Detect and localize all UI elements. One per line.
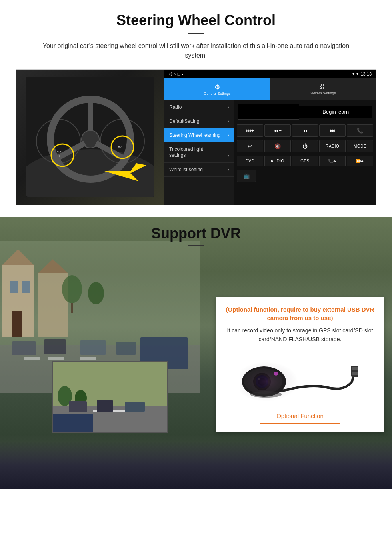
svg-rect-33	[116, 342, 136, 355]
menu-item-steering-learning[interactable]: Steering Wheel learning ›	[164, 128, 234, 142]
svg-rect-44	[125, 402, 145, 412]
ctrl-buttons-row1: ⏮+ ⏮− ⏮ ⏭ 📞	[234, 123, 376, 138]
svg-rect-47	[352, 367, 358, 370]
svg-point-57	[240, 362, 298, 402]
optional-function-button[interactable]: Optional Function	[260, 408, 340, 424]
dvr-camera-svg	[240, 350, 360, 402]
ctrl-buttons-row2: ↩ 🔇 ⏻ RADIO MODE	[234, 138, 376, 154]
dvr-optional-text: (Optional function, require to buy exter…	[225, 305, 375, 322]
menu-tricoloured-label: Tricoloured light	[169, 146, 203, 152]
svg-text:≡☆: ≡☆	[118, 145, 123, 149]
nav-home-icon: ○	[173, 72, 176, 76]
menu-whitelist-label: Whitelist setting	[169, 167, 203, 172]
dvr-title-area: Support DVR	[0, 217, 392, 246]
settings-icon: ⚙	[214, 83, 220, 91]
menu-item-radio[interactable]: Radio ›	[164, 100, 234, 114]
svg-rect-48	[352, 372, 358, 375]
dvr-camera-image	[240, 350, 360, 402]
dvr-background: Support DVR	[0, 217, 392, 489]
menu-radio-label: Radio	[169, 104, 182, 110]
title-divider	[188, 33, 204, 34]
svg-rect-20	[12, 311, 22, 337]
dvr-divider	[188, 245, 204, 246]
svg-text:↑: ↑	[58, 154, 60, 158]
menu-item-whitelist[interactable]: Whitelist setting ›	[164, 163, 234, 177]
ctrl-row4: 📺	[234, 168, 376, 184]
begin-learn-row: Begin learn	[234, 100, 376, 123]
steering-demo-container: + − ↑ ≡☆ ◁ ○ □ ▪ ▾ ▾ 13:13	[16, 69, 376, 205]
wifi-icon: ▾	[356, 71, 359, 76]
svg-rect-28	[48, 357, 64, 360]
android-panel: ◁ ○ □ ▪ ▾ ▾ 13:13 ⚙ General Settings ⛓ S…	[164, 70, 376, 205]
begin-learn-empty-box	[238, 104, 299, 120]
menu-right-panel: Begin learn ⏮+ ⏮− ⏮ ⏭ 📞 ↩ 🔇 ⏻	[234, 100, 376, 205]
ctrl-audio[interactable]: AUDIO	[264, 156, 291, 166]
steering-wheel-svg: + − ↑ ≡☆	[26, 77, 154, 197]
android-statusbar: ◁ ○ □ ▪ ▾ ▾ 13:13	[164, 70, 376, 78]
ctrl-vol-up[interactable]: ⏮+	[237, 124, 263, 137]
menu-steering-label: Steering Wheel learning	[169, 132, 220, 138]
dvr-screen-preview	[52, 361, 168, 433]
dvr-preview-svg	[53, 362, 168, 433]
svg-rect-43	[97, 400, 113, 412]
nav-recent-icon: □	[178, 72, 180, 76]
svg-rect-32	[80, 340, 106, 355]
begin-learn-button[interactable]: Begin learn	[299, 106, 373, 118]
svg-text:+ −: + −	[57, 150, 62, 153]
svg-point-1	[26, 149, 154, 197]
ctrl-mode[interactable]: MODE	[347, 140, 373, 152]
svg-rect-30	[12, 341, 36, 355]
menu-radio-arrow: ›	[228, 104, 229, 110]
android-content: Radio › DefaultSetting › Steering Wheel …	[164, 100, 376, 205]
steering-subtitle: Your original car’s steering wheel contr…	[32, 41, 360, 60]
ctrl-extra[interactable]: 📺	[237, 170, 256, 182]
ctrl-back[interactable]: ↩	[237, 140, 263, 152]
menu-item-tricoloured[interactable]: Tricoloured light settings ›	[164, 142, 234, 163]
menu-tricoloured-arrow: ›	[228, 153, 229, 158]
svg-rect-19	[22, 281, 30, 293]
signal-icon: ▾	[352, 71, 355, 76]
nav-menu-icon: ▪	[182, 72, 183, 76]
svg-rect-29	[80, 357, 96, 360]
steering-title: Steering Wheel Control	[16, 12, 376, 29]
dash-overlay	[0, 441, 392, 489]
svg-rect-31	[44, 339, 66, 354]
ctrl-prev-next[interactable]: ⏪⏭	[347, 156, 373, 166]
dvr-section: Support DVR	[0, 205, 392, 489]
menu-default-label: DefaultSetting	[169, 118, 199, 124]
tab-system-label: System Settings	[310, 91, 336, 95]
steering-photo: + − ↑ ≡☆	[16, 70, 164, 205]
menu-steering-arrow: ›	[228, 132, 229, 138]
tab-system-settings[interactable]: ⛓ System Settings	[270, 78, 376, 100]
steering-section: Steering Wheel Control Your original car…	[0, 0, 392, 205]
ctrl-buttons-row3: DVD AUDIO GPS 📞⏮ ⏪⏭	[234, 154, 376, 168]
svg-point-23	[62, 275, 82, 303]
status-time: 13:13	[360, 72, 372, 76]
ctrl-dvd[interactable]: DVD	[237, 156, 263, 166]
ctrl-gps[interactable]: GPS	[292, 156, 318, 166]
ctrl-next[interactable]: ⏭	[319, 124, 346, 137]
menu-default-arrow: ›	[228, 118, 229, 124]
tab-general-label: General Settings	[204, 92, 230, 96]
menu-whitelist-arrow: ›	[228, 167, 229, 172]
ctrl-mute[interactable]: 🔇	[264, 140, 291, 152]
system-icon: ⛓	[320, 83, 326, 90]
svg-rect-24	[71, 303, 73, 313]
android-tabs: ⚙ General Settings ⛓ System Settings	[164, 78, 376, 100]
ctrl-radio[interactable]: RADIO	[319, 140, 346, 152]
tab-general-settings[interactable]: ⚙ General Settings	[164, 78, 270, 100]
svg-rect-42	[69, 401, 87, 412]
svg-rect-45	[53, 414, 93, 433]
svg-rect-38	[113, 410, 125, 412]
ctrl-vol-down[interactable]: ⏮−	[264, 124, 291, 137]
menu-item-defaultsetting[interactable]: DefaultSetting ›	[164, 114, 234, 128]
dvr-title: Support DVR	[0, 225, 392, 242]
ctrl-phone[interactable]: 📞	[347, 124, 373, 137]
ctrl-power[interactable]: ⏻	[292, 140, 318, 152]
ctrl-prev[interactable]: ⏮	[292, 124, 318, 137]
svg-point-25	[88, 282, 104, 304]
dvr-desc-text: It can record video only to storage in G…	[225, 326, 375, 344]
ctrl-phone-prev[interactable]: 📞⏮	[319, 156, 346, 166]
menu-list: Radio › DefaultSetting › Steering Wheel …	[164, 100, 234, 205]
menu-tricoloured-sublabel: settings	[169, 152, 186, 158]
